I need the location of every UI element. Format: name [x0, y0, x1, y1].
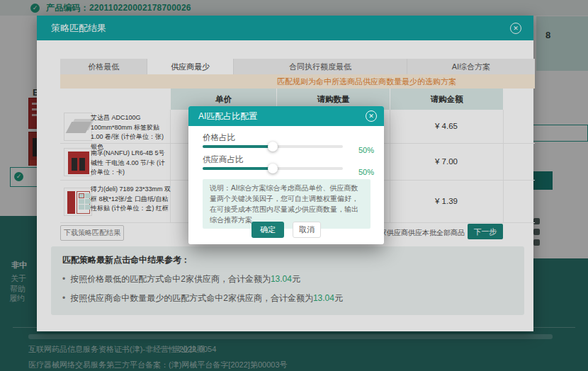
price-ratio-slider[interactable]	[203, 145, 343, 148]
slider-fill	[203, 145, 273, 148]
supplier-ratio-value: 50%	[358, 168, 374, 176]
screen: ✓ 产品编码：220110220002178700026 E ✓ 8 非中 关于…	[0, 0, 588, 371]
ai-modal-buttons: 确定 取消	[188, 222, 384, 238]
ai-modal-title: AI匹配占比配置	[198, 110, 257, 122]
price-ratio-value: 50%	[358, 146, 374, 154]
slider-thumb[interactable]	[268, 142, 278, 152]
ai-modal-header: AI匹配占比配置 ✕	[188, 106, 384, 126]
slider-fill	[203, 167, 273, 170]
slider-thumb[interactable]	[268, 164, 278, 173]
supplier-ratio-label: 供应商占比	[203, 154, 244, 165]
supplier-ratio-slider[interactable]	[203, 167, 343, 170]
confirm-button[interactable]: 确定	[251, 222, 284, 238]
price-ratio-label: 价格占比	[203, 132, 235, 143]
cancel-button[interactable]: 取消	[293, 222, 321, 238]
ai-ratio-config-modal: AI匹配占比配置 ✕ 价格占比 50% 供应商占比 50% 说明：AI综合方案综…	[188, 106, 384, 244]
close-icon[interactable]: ✕	[366, 110, 377, 122]
